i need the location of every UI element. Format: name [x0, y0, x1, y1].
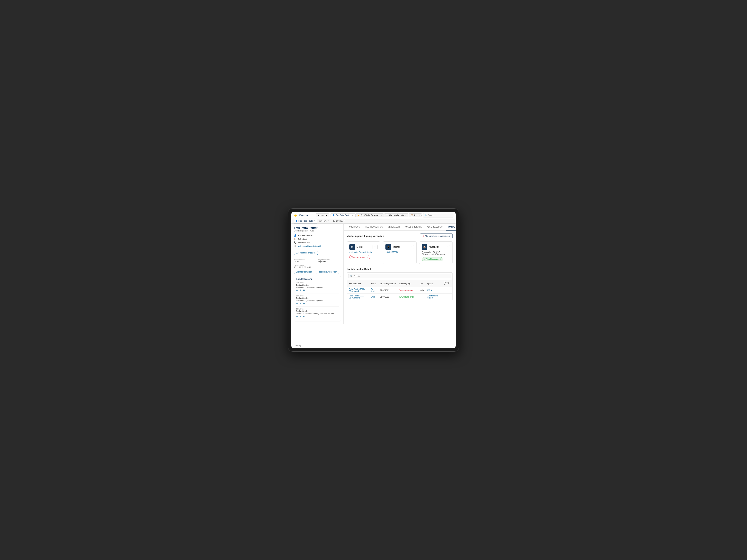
monitor-icon-1[interactable]: 🖥	[303, 289, 305, 292]
sec-tab-frau-petra-close[interactable]: ×	[314, 220, 315, 222]
sec-tab-a157a0-close[interactable]: ×	[328, 220, 329, 222]
tab-uberblick[interactable]: ÜBERBLICK	[346, 223, 362, 231]
contact-email-row: ✉ reuterpetra@gmx.de.invalid	[294, 244, 341, 248]
cell-kontaktpunkt-2[interactable]: Petra Reuter-2022-03-01-mailing	[347, 294, 369, 300]
anschrift-card-header: 🏠 Anschrift ✏	[422, 244, 450, 250]
tab-abschlagsplan[interactable]: ABSCHLAGSPLAN	[424, 223, 446, 231]
tab-marketingeinwilligung-label: MARKETINGEINWILLIGUNG	[448, 226, 456, 228]
history-actions-2: ↻ ⬇ 🖥	[296, 302, 339, 305]
nav-tab-all-assets[interactable]: ☰ All Assets | Assets ×	[384, 213, 408, 217]
logout-button[interactable]: Benutzer abmelden	[294, 270, 314, 274]
search-box[interactable]: 🔍	[423, 213, 454, 217]
history-service-3: Online Service	[296, 310, 339, 312]
cell-quelle-2: Automatisch erstellt	[426, 294, 442, 300]
monitor-icon-2[interactable]: 🖥	[303, 302, 305, 305]
nav-tab-frau-petra-label: Frau Petra Reuter	[336, 214, 351, 216]
nav-tabs: 👤 Frau Petra Reuter × ✏️ OmniStudio Flex…	[331, 213, 421, 217]
cell-erfassungsdatum-2: 01.03.2022	[378, 294, 397, 300]
nav-tab-aachener-label: Aachener Str. 1351 S...	[414, 214, 421, 216]
email-icon: ✉	[294, 245, 297, 247]
history-desc-1: Preisänderungsschreiben abgerufen	[296, 287, 339, 288]
contact-name-row: 👤 Frau Petra Reuter	[294, 234, 341, 237]
search-icon: 🔍	[425, 214, 427, 216]
contact-name-value: Frau Petra Reuter	[298, 235, 313, 237]
download-icon-2[interactable]: ⬇	[299, 302, 301, 305]
telefon-card-edit-button[interactable]: ✏	[409, 245, 414, 249]
tab-verbrauch-label: VERBRAUCH	[388, 226, 400, 228]
info-grid: Benutzername petreu Registrierstatus Reg…	[294, 259, 341, 263]
sec-tab-frau-petra[interactable]: 👤 Frau Petra Reuter ×	[293, 219, 317, 223]
contact-email-value[interactable]: reuterpetra@gmx.de.invalid	[298, 245, 321, 247]
top-nav: ⚡ Kunde Accounts ▾ 👤 Frau Petra Reuter ×…	[291, 212, 456, 219]
history-actions-3: ↻ ⬆ ✉	[296, 315, 339, 318]
reset-password-button[interactable]: Passwort zurücksetzen	[316, 270, 339, 274]
table-row: Petra Reuter-2022-03-01-mailing Web 01.0…	[347, 294, 453, 300]
contact-cards: ✉ E-Mail ✏ reuterpetra@gmx.de.invalid We…	[346, 241, 453, 264]
cell-kontaktpunkt-1[interactable]: Petra Reuter-2022-03-01-email	[347, 287, 369, 294]
last-login-value: 15.11.2013 06:24:11	[294, 266, 341, 268]
telefon-card-title-row: 📱 Telefon	[385, 244, 401, 250]
marketing-section-title: Marketingeinwilligung verwalten	[346, 235, 384, 237]
refresh-icon-3[interactable]: ↻	[296, 315, 298, 318]
telefon-card: 📱 Telefon ✏ +49611370814	[383, 241, 416, 264]
kontaktpunkt-link-1[interactable]: Petra Reuter-2022-03-01-email	[349, 288, 365, 292]
email-card: ✉ E-Mail ✏ reuterpetra@gmx.de.invalid We…	[346, 241, 380, 264]
granted-icon: ✔	[424, 258, 425, 260]
table-header: Kontaktpunkt Kanal Erfassungsdatum Einwi…	[347, 280, 453, 287]
refresh-icon-1[interactable]: ↻	[296, 289, 298, 292]
sec-tab-a157a0[interactable]: a157a0... ×	[317, 219, 331, 223]
tab-verbrauch[interactable]: VERBRAUCH	[385, 223, 403, 231]
nav-tab-frau-petra[interactable]: 👤 Frau Petra Reuter ×	[331, 213, 355, 217]
nav-tab-aachener[interactable]: 📋 Aachener Str. 1351 S... ×	[409, 213, 421, 217]
nav-tab-all-assets-label: All Assets | Assets	[389, 214, 404, 216]
share-icon-3[interactable]: ⬆	[299, 315, 301, 318]
customer-name: Frau Petra Reuter	[294, 226, 341, 230]
telefon-card-value: +49611370814	[385, 251, 414, 253]
accounts-dropdown[interactable]: Accounts ▾	[316, 213, 329, 217]
contact-info: 👤 Frau Petra Reuter 📋 01.04.1956 📞 +4961…	[294, 234, 341, 248]
tab-marketingeinwilligung[interactable]: MARKETINGEINWILLIGUNG	[446, 223, 456, 231]
email-card-header: ✉ E-Mail ✏	[350, 244, 378, 250]
history-service-1: Online Service	[296, 284, 339, 286]
download-icon-1[interactable]: ⬇	[299, 289, 301, 292]
tab-icon-aachener: 📋	[411, 214, 413, 216]
cell-kanal-2: Web	[369, 294, 378, 300]
history-section: Kundenhistorie 20.6.2022 Online Service …	[294, 276, 341, 321]
col-quelle: Quelle	[426, 280, 442, 287]
telefon-card-title: Telefon	[392, 246, 401, 248]
app-logo: ⚡ Kunde	[293, 213, 314, 217]
tab-rechnungsinfos[interactable]: RECHNUNGSINFOS	[362, 223, 385, 231]
sec-tab-cvplupda-close[interactable]: ×	[344, 220, 345, 222]
tab-abschlagsplan-label: ABSCHLAGSPLAN	[427, 226, 443, 228]
sec-tab-cvplupda[interactable]: cvPLUpda... ×	[331, 219, 347, 223]
deny-all-button[interactable]: ⊘ Alle Einwilligungen verweigern	[420, 234, 453, 238]
refresh-icon-2[interactable]: ↻	[296, 302, 298, 305]
history-service-2: Online Service	[296, 297, 339, 299]
tab-kundenhistorie-label: KUNDENHISTORIE	[405, 226, 422, 228]
nav-tab-omnistudio-label: OmniStudio FlexCards	[360, 214, 379, 216]
show-all-contacts-button[interactable]: Alle Kontakte anzeigen	[294, 251, 318, 255]
nav-tab-omnistudio[interactable]: ✏️ OmniStudio FlexCards ×	[355, 213, 384, 217]
cell-quelle-1: EPIS	[426, 287, 442, 294]
anschrift-card-icon: 🏠	[422, 244, 427, 250]
history-date-3: 10.6.2022	[296, 308, 339, 310]
divider-1	[294, 257, 341, 257]
contact-phone-row: 📞 +49611370814	[294, 241, 341, 244]
search-input[interactable]	[428, 214, 452, 216]
email-card-status: Werbeverweigerung	[350, 255, 370, 259]
cell-kanal-1: E-Mail	[369, 287, 378, 294]
table-search-input[interactable]	[354, 275, 391, 277]
email-card-edit-button[interactable]: ✏	[372, 245, 378, 249]
kontaktpunkt-link-2[interactable]: Petra Reuter-2022-03-01-mailing	[349, 295, 365, 299]
anschrift-card-edit-button[interactable]: ✏	[445, 245, 450, 249]
nav-tab-omnistudio-close[interactable]: ×	[381, 214, 382, 216]
deny-all-icon: ⊘	[422, 235, 424, 237]
nav-tab-frau-petra-close[interactable]: ×	[352, 214, 353, 216]
marketing-section-header: Marketingeinwilligung verwalten ⊘ Alle E…	[346, 234, 453, 238]
nav-tab-all-assets-close[interactable]: ×	[405, 214, 406, 216]
sidebar: Frau Petra Reuter Geschäftspartner Priva…	[291, 223, 344, 324]
table-search[interactable]: 🔍	[348, 274, 451, 278]
mail-icon-3[interactable]: ✉	[303, 315, 305, 318]
cell-gueltig-ab-2	[442, 294, 452, 300]
tab-kundenhistorie[interactable]: KUNDENHISTORIE	[403, 223, 424, 231]
